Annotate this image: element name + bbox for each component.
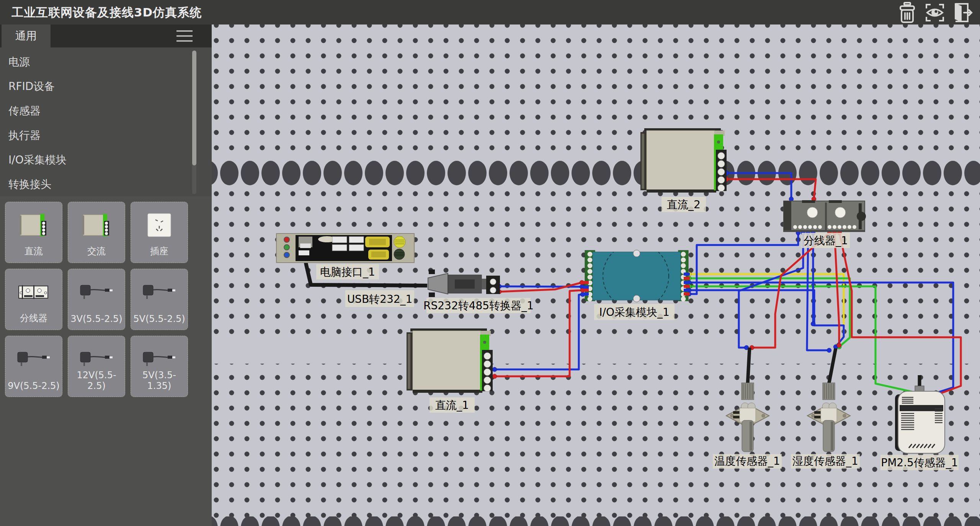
svg-text:USB转232_1: USB转232_1 bbox=[347, 293, 413, 305]
device-label-temp-sensor-1: 温度传感器_1 bbox=[713, 454, 782, 469]
device-pc-interface-1[interactable] bbox=[276, 234, 414, 263]
device-label-humidity-sensor-1: 湿度传感器_1 bbox=[791, 454, 860, 469]
category-menu: 电源RFID设备传感器执行器I/O采集模块转换接头 bbox=[0, 47, 212, 196]
component-card-label: 分线器 bbox=[5, 312, 62, 324]
device-label-dc-power-2: 直流_2 bbox=[662, 197, 706, 212]
svg-text:PM2.5传感器_1: PM2.5传感器_1 bbox=[881, 456, 958, 469]
component-card-label: 直流 bbox=[5, 245, 62, 257]
tab-strip: 通用 bbox=[0, 25, 212, 47]
svg-text:分线器_1: 分线器_1 bbox=[804, 234, 848, 247]
trash-icon[interactable] bbox=[896, 2, 919, 24]
svg-text:I/O采集模块_1: I/O采集模块_1 bbox=[599, 306, 670, 319]
component-card-label: 5V(3.5-1.35) bbox=[131, 370, 188, 391]
device-dc-power-2[interactable] bbox=[640, 128, 727, 193]
device-label-dc-power-1: 直流_1 bbox=[430, 397, 475, 413]
svg-text:湿度传感器_1: 湿度传感器_1 bbox=[792, 455, 858, 467]
device-label-rs232-to-485-converter-1: RS232转485转换器_1 bbox=[423, 298, 534, 313]
component-card-1[interactable]: 交流 bbox=[68, 202, 125, 263]
component-card-6[interactable]: 9V(5.5-2.5) bbox=[5, 336, 62, 397]
title-bar: 工业互联网设备及接线3D仿真系统 bbox=[0, 0, 980, 25]
device-label-usb-to-232-1: USB转232_1 bbox=[345, 290, 414, 307]
component-card-label: 插座 bbox=[131, 245, 188, 257]
sidebar-item-4[interactable]: I/O采集模块 bbox=[0, 148, 212, 172]
component-card-label: 交流 bbox=[68, 245, 125, 257]
menu-scrollbar-thumb[interactable] bbox=[192, 51, 196, 165]
tab-common[interactable]: 通用 bbox=[2, 25, 51, 47]
device-label-io-module-1: I/O采集模块_1 bbox=[594, 304, 675, 320]
component-card-5[interactable]: 5V(5.5-2.5) bbox=[131, 269, 188, 330]
svg-text:直流_2: 直流_2 bbox=[667, 198, 701, 211]
exit-icon[interactable] bbox=[950, 2, 973, 24]
device-label-pm25-sensor-1: PM2.5传感器_1 bbox=[880, 455, 959, 470]
menu-icon[interactable] bbox=[176, 30, 193, 42]
component-card-2[interactable]: 插座 bbox=[131, 202, 188, 263]
component-sidebar: 通用 电源RFID设备传感器执行器I/O采集模块转换接头 直流交流插座分线器3V… bbox=[0, 25, 212, 526]
svg-text:RS232转485转换器_1: RS232转485转换器_1 bbox=[423, 299, 534, 312]
svg-text:电脑接口_1: 电脑接口_1 bbox=[320, 266, 375, 278]
component-card-label: 12V(5.5-2.5) bbox=[68, 370, 125, 391]
component-card-label: 9V(5.5-2.5) bbox=[5, 381, 62, 391]
sidebar-item-2[interactable]: 传感器 bbox=[0, 99, 212, 123]
view-focus-icon[interactable] bbox=[923, 2, 946, 24]
sidebar-item-0[interactable]: 电源 bbox=[0, 50, 212, 74]
app-title: 工业互联网设备及接线3D仿真系统 bbox=[11, 0, 202, 25]
component-card-0[interactable]: 直流 bbox=[5, 202, 62, 263]
component-card-3[interactable]: 分线器 bbox=[5, 269, 62, 330]
component-card-8[interactable]: 5V(3.5-1.35) bbox=[131, 336, 188, 397]
sidebar-item-1[interactable]: RFID设备 bbox=[0, 74, 212, 99]
device-label-pc-interface-1: 电脑接口_1 bbox=[316, 264, 379, 279]
device-label-splitter-1: 分线器_1 bbox=[802, 233, 850, 248]
sidebar-item-3[interactable]: 执行器 bbox=[0, 123, 212, 148]
sidebar-item-5[interactable]: 转换接头 bbox=[0, 172, 212, 197]
component-card-label: 3V(5.5-2.5) bbox=[68, 314, 125, 324]
device-io-module-1[interactable] bbox=[583, 243, 690, 309]
svg-text:温度传感器_1: 温度传感器_1 bbox=[714, 455, 780, 467]
component-card-4[interactable]: 3V(5.5-2.5) bbox=[68, 269, 125, 330]
svg-text:直流_1: 直流_1 bbox=[435, 399, 469, 412]
device-splitter-1[interactable] bbox=[784, 200, 866, 232]
component-card-label: 5V(5.5-2.5) bbox=[131, 314, 188, 324]
component-card-panel: 直流交流插座分线器3V(5.5-2.5)5V(5.5-2.5)9V(5.5-2.… bbox=[0, 196, 212, 526]
component-card-7[interactable]: 12V(5.5-2.5) bbox=[68, 336, 125, 397]
device-dc-power-1[interactable] bbox=[407, 328, 493, 393]
